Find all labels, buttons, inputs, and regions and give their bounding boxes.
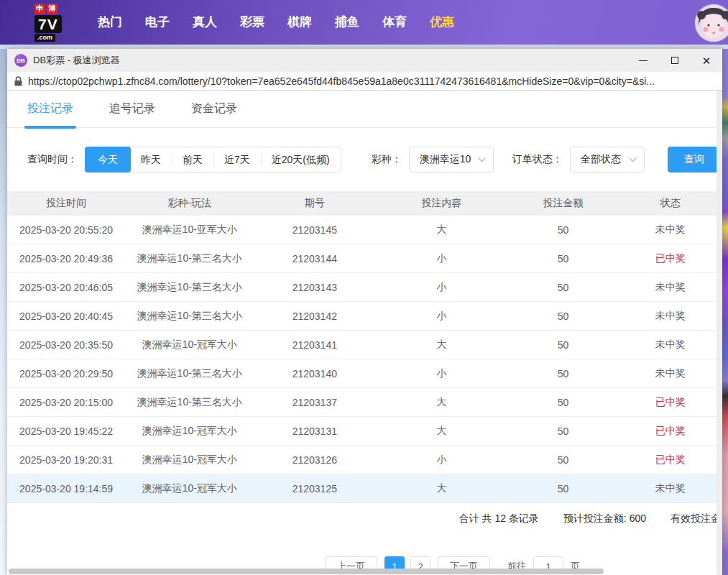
cell-status: 未中奖 xyxy=(619,310,722,323)
minimize-button[interactable] xyxy=(627,49,659,72)
cell-game-play: 澳洲幸运10-第三名大小 xyxy=(125,310,254,323)
portal-nav-item[interactable]: 真人 xyxy=(181,0,229,45)
cell-issue-no: 21203125 xyxy=(254,483,375,494)
table-header-cell: 投注时间 xyxy=(7,197,125,210)
lottery-select[interactable]: 澳洲幸运10 xyxy=(409,147,494,172)
maximize-button[interactable] xyxy=(659,49,691,72)
record-tab-label: 投注记录 xyxy=(27,101,73,116)
cell-status: 已中奖 xyxy=(619,252,722,265)
cell-bet-amount: 50 xyxy=(507,253,618,264)
table-row: 2025-03-20 20:46:05 澳洲幸运10-第三名大小 2120314… xyxy=(7,273,722,302)
portal-nav-item[interactable]: 棋牌 xyxy=(276,0,323,45)
horizontal-scrollbar-thumb[interactable] xyxy=(9,569,604,574)
cell-bet-content: 大 xyxy=(375,482,507,495)
cell-bet-time: 2025-03-20 19:14:59 xyxy=(7,483,125,494)
portal-nav-item[interactable]: 热门 xyxy=(86,0,134,45)
time-range-option[interactable]: 昨天 xyxy=(130,147,172,172)
cell-game-play: 澳洲幸运10-第三名大小 xyxy=(125,367,254,380)
cell-status: 未中奖 xyxy=(619,482,722,495)
summary-total-records: 合计 共 12 条记录 xyxy=(459,512,539,525)
cell-bet-content: 大 xyxy=(375,339,507,351)
table-header-cell: 状态 xyxy=(619,197,722,210)
site-logo[interactable]: 申 博 7V .com xyxy=(34,4,76,42)
time-range-option-label: 近7天 xyxy=(224,154,250,165)
minimize-icon xyxy=(639,60,648,61)
time-range-option[interactable]: 近7天 xyxy=(213,147,261,172)
table-row: 2025-03-20 19:20:31 澳洲幸运10-冠军大小 21203126… xyxy=(7,446,722,474)
cell-issue-no: 21203142 xyxy=(254,310,375,322)
portal-nav-item[interactable]: 优惠 xyxy=(418,0,466,45)
table-header-cell: 彩种-玩法 xyxy=(125,197,254,210)
status-select-label: 订单状态： xyxy=(512,153,563,166)
cell-bet-amount: 50 xyxy=(507,426,618,437)
vertical-scrollbar[interactable] xyxy=(717,91,722,575)
table-header-cell: 投注金额 xyxy=(507,197,618,210)
cell-bet-time: 2025-03-20 20:15:00 xyxy=(7,397,125,408)
cell-game-play: 澳洲幸运10-冠军大小 xyxy=(125,454,254,466)
cell-game-play: 澳洲幸运10-第三名大小 xyxy=(125,281,254,294)
cell-game-play: 澳洲幸运10-冠军大小 xyxy=(125,339,254,351)
portal-nav-item[interactable]: 捕鱼 xyxy=(323,0,371,45)
cell-bet-amount: 50 xyxy=(507,339,618,351)
cell-bet-content: 大 xyxy=(375,396,507,409)
cell-bet-time: 2025-03-20 20:55:20 xyxy=(7,224,125,236)
cell-issue-no: 21203144 xyxy=(254,253,375,264)
logo-badges: 申 博 xyxy=(34,4,57,14)
time-range-option[interactable]: 近20天(低频) xyxy=(261,147,341,172)
cell-bet-amount: 50 xyxy=(507,310,618,322)
lottery-select-value: 澳洲幸运10 xyxy=(420,153,471,166)
cell-game-play: 澳洲幸运10-冠军大小 xyxy=(125,425,254,438)
logo-suffix-text: .com xyxy=(34,34,55,42)
user-avatar[interactable] xyxy=(694,3,728,43)
summary-valid-amount: 有效投注金 xyxy=(671,512,721,525)
table-row: 2025-03-20 19:45:22 澳洲幸运10-冠军大小 21203131… xyxy=(7,417,722,446)
portal-nav-item-label: 棋牌 xyxy=(287,15,312,29)
cell-bet-content: 小 xyxy=(375,310,507,323)
portal-nav-item[interactable]: 体育 xyxy=(371,0,418,45)
summary-expected-amount: 预计投注金额: 600 xyxy=(563,512,646,525)
cell-bet-time: 2025-03-20 19:45:22 xyxy=(7,426,125,437)
cell-bet-amount: 50 xyxy=(507,368,618,380)
address-bar[interactable]: https://ctop02pchwp1.zfnc84.com/lottery/… xyxy=(7,72,722,91)
logo-main-text: 7V xyxy=(34,15,62,33)
cell-bet-time: 2025-03-20 20:40:45 xyxy=(7,310,125,322)
portal-nav-item-label: 捕鱼 xyxy=(335,15,359,29)
cell-issue-no: 21203137 xyxy=(254,397,375,408)
portal-page-left-edge xyxy=(0,49,7,575)
table-row: 2025-03-20 20:40:45 澳洲幸运10-第三名大小 2120314… xyxy=(7,302,722,331)
query-button[interactable]: 查询 xyxy=(668,147,721,172)
table-row: 2025-03-20 20:15:00 澳洲幸运10-第三名大小 2120313… xyxy=(7,388,722,417)
cell-issue-no: 21203126 xyxy=(254,454,375,466)
record-tab[interactable]: 追号记录 xyxy=(109,91,155,127)
record-tab-label: 资金记录 xyxy=(191,101,237,116)
portal-nav-item-label: 真人 xyxy=(193,15,217,29)
order-status-select[interactable]: 全部状态 xyxy=(570,147,645,172)
cell-bet-amount: 50 xyxy=(507,397,618,408)
close-icon: ✕ xyxy=(702,55,711,66)
cell-bet-amount: 50 xyxy=(507,454,618,466)
portal-nav-menu: 热门 电子 真人 彩票 棋牌 捕鱼 体育 优惠 xyxy=(86,0,466,45)
cell-issue-no: 21203145 xyxy=(254,224,375,236)
maximize-icon xyxy=(671,57,678,64)
time-range-option-label: 今天 xyxy=(98,154,118,165)
cell-bet-time: 2025-03-20 20:46:05 xyxy=(7,282,125,293)
portal-nav-item[interactable]: 电子 xyxy=(134,0,181,45)
cell-issue-no: 21203140 xyxy=(254,368,375,380)
cell-bet-content: 小 xyxy=(375,281,507,294)
browser-favicon: DB xyxy=(14,54,27,67)
record-tab-label: 追号记录 xyxy=(109,101,155,116)
portal-nav-item-label: 体育 xyxy=(382,15,407,29)
table-row: 2025-03-20 19:14:59 澳洲幸运10-冠军大小 21203125… xyxy=(7,474,722,503)
url-text: https://ctop02pchwp1.zfnc84.com/lottery/… xyxy=(28,75,655,87)
record-tab[interactable]: 投注记录 xyxy=(27,91,73,127)
portal-navbar: 申 博 7V .com 热门 电子 真人 彩票 棋牌 捕鱼 体育 优惠 xyxy=(0,0,728,45)
close-button[interactable]: ✕ xyxy=(691,49,722,72)
portal-nav-item[interactable]: 彩票 xyxy=(229,0,276,45)
cell-game-play: 澳洲幸运10-冠军大小 xyxy=(125,482,254,495)
time-range-option-label: 昨天 xyxy=(141,154,161,165)
record-tab[interactable]: 资金记录 xyxy=(191,91,237,127)
cell-game-play: 澳洲幸运10-亚军大小 xyxy=(125,224,254,236)
portal-nav-item-label: 彩票 xyxy=(240,15,264,29)
time-range-option[interactable]: 今天 xyxy=(85,147,131,172)
time-range-option[interactable]: 前天 xyxy=(172,147,213,172)
